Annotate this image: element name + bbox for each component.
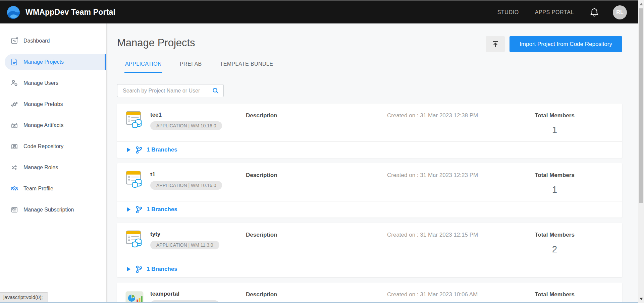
prefabs-gear-sync-icon	[11, 101, 18, 108]
upload-icon	[491, 40, 499, 48]
sidebar-item-manage-prefabs[interactable]: Manage Prefabs	[5, 96, 106, 112]
project-name[interactable]: teamportal	[150, 290, 219, 297]
branches-toggle[interactable]: 1 Branches	[117, 201, 622, 218]
project-name[interactable]: t1	[150, 171, 222, 178]
import-project-button[interactable]: Import Project from Code Repository	[509, 36, 622, 52]
scrollbar-down-arrow[interactable]	[638, 296, 644, 302]
browser-status-tooltip: javascript:void(0);	[0, 292, 48, 302]
project-type-badge: APPLICATION | WM 11.3.0	[150, 241, 219, 249]
total-members-label: Total Members	[518, 290, 591, 298]
project-name[interactable]: tee1	[150, 111, 222, 118]
nav-studio[interactable]: STUDIO	[497, 9, 519, 15]
scrollbar-thumb[interactable]	[639, 8, 643, 203]
wavemaker-logo-icon	[6, 5, 21, 20]
main-content: Manage Projects Import Project from Code…	[107, 23, 638, 303]
sidebar-item-label: Manage Prefabs	[23, 101, 63, 107]
upload-project-button[interactable]	[486, 36, 505, 52]
project-card: tyty APPLICATION | WM 11.3.0 Description…	[117, 223, 622, 277]
sidebar-item-manage-users[interactable]: Manage Users	[5, 75, 106, 91]
search-input[interactable]	[117, 84, 224, 97]
top-header: WMAppDev Team Portal STUDIO APPS PORTAL …	[0, 0, 638, 23]
sidebar-item-manage-artifacts[interactable]: Manage Artifacts	[5, 117, 106, 133]
expand-arrow-icon	[127, 207, 130, 212]
expand-arrow-icon	[127, 267, 130, 271]
app-title: WMAppDev Team Portal	[25, 8, 115, 17]
sidebar-item-label: Manage Artifacts	[23, 122, 63, 128]
total-members-label: Total Members	[518, 230, 591, 238]
dashboard-icon	[11, 37, 18, 45]
sidebar: Dashboard Manage Projects	[0, 23, 107, 303]
branches-label: 1 Branches	[147, 146, 177, 153]
total-members-count: 1	[518, 185, 591, 195]
users-gear-icon	[11, 79, 18, 87]
git-branch-icon	[136, 265, 142, 273]
team-people-icon	[11, 185, 18, 192]
sidebar-item-label: Manage Users	[23, 80, 58, 86]
description-label: Description	[246, 171, 387, 179]
project-type-badge: APPLICATION | WM 10.16.0	[150, 121, 222, 130]
sidebar-item-manage-projects[interactable]: Manage Projects	[5, 54, 106, 70]
total-members-label: Total Members	[518, 171, 591, 179]
sidebar-item-label: Manage Subscription	[23, 207, 74, 213]
project-card: t1 APPLICATION | WM 10.16.0 Description …	[117, 163, 622, 218]
tab-application[interactable]: APPLICATION	[124, 58, 162, 73]
notifications-bell-icon[interactable]	[590, 8, 599, 17]
description-label: Description	[246, 111, 387, 119]
sidebar-item-label: Manage Roles	[23, 165, 58, 171]
created-on: Created on : 31 Mar 2023 12:15 PM	[387, 230, 518, 255]
subscription-card-icon	[11, 206, 18, 214]
brand[interactable]: WMAppDev Team Portal	[6, 5, 115, 20]
sidebar-item-team-profile[interactable]: Team Profile	[5, 181, 106, 197]
created-on: Created on : 31 Mar 2023 12:38 PM	[387, 111, 518, 135]
sidebar-item-dashboard[interactable]: Dashboard	[5, 33, 106, 49]
teamportal-chart-icon	[125, 290, 145, 303]
sidebar-item-label: Code Repository	[23, 143, 63, 149]
projects-file-icon	[11, 58, 18, 66]
total-members-label: Total Members	[518, 111, 591, 119]
repository-tray-icon	[11, 143, 18, 150]
project-name[interactable]: tyty	[150, 230, 219, 238]
git-branch-icon	[136, 206, 142, 213]
artifacts-box-icon	[11, 122, 18, 129]
tab-prefab[interactable]: PREFAB	[179, 58, 203, 73]
expand-arrow-icon	[127, 147, 130, 152]
total-members-count: 2	[518, 244, 591, 255]
tab-template-bundle[interactable]: TEMPLATE BUNDLE	[219, 58, 274, 73]
scrollbar-up-arrow[interactable]	[638, 1, 644, 7]
project-type-badge: APPLICATION | WM 10.16.0	[150, 181, 222, 190]
search-icon[interactable]	[212, 87, 219, 94]
created-on: Created on : 31 Mar 2023 10:06 AM	[387, 290, 518, 303]
application-project-icon	[125, 111, 145, 129]
branches-label: 1 Branches	[147, 206, 177, 213]
sidebar-item-label: Manage Projects	[23, 59, 64, 65]
scrollbar[interactable]	[638, 0, 644, 303]
application-project-icon	[125, 171, 145, 188]
branches-toggle[interactable]: 1 Branches	[117, 261, 622, 277]
sidebar-item-manage-subscription[interactable]: Manage Subscription	[5, 202, 106, 218]
created-on: Created on : 31 Mar 2023 12:23 PM	[387, 171, 518, 195]
sidebar-item-code-repository[interactable]: Code Repository	[5, 138, 106, 155]
project-type-tabs: APPLICATION PREFAB TEMPLATE BUNDLE	[117, 58, 622, 73]
app-window: WMAppDev Team Portal STUDIO APPS PORTAL …	[0, 0, 644, 303]
application-project-icon	[125, 230, 145, 248]
sidebar-item-label: Dashboard	[23, 38, 50, 44]
branches-toggle[interactable]: 1 Branches	[117, 141, 622, 158]
sidebar-item-manage-roles[interactable]: Manage Roles	[5, 160, 106, 176]
git-branch-icon	[136, 146, 142, 154]
project-list: tee1 APPLICATION | WM 10.16.0 Descriptio…	[117, 104, 622, 303]
description-label: Description	[246, 290, 387, 298]
nav-apps-portal[interactable]: APPS PORTAL	[535, 9, 574, 15]
project-card: tee1 APPLICATION | WM 10.16.0 Descriptio…	[117, 104, 622, 158]
total-members-count: 1	[518, 125, 591, 135]
branches-label: 1 Branches	[147, 266, 177, 272]
user-avatar[interactable]: RL	[613, 5, 627, 19]
roles-shuffle-icon	[11, 164, 18, 171]
description-label: Description	[246, 230, 387, 238]
project-card: teamportal APPLICATION | WM 11.3.0 Descr…	[117, 283, 622, 303]
sidebar-item-label: Team Profile	[23, 186, 53, 192]
